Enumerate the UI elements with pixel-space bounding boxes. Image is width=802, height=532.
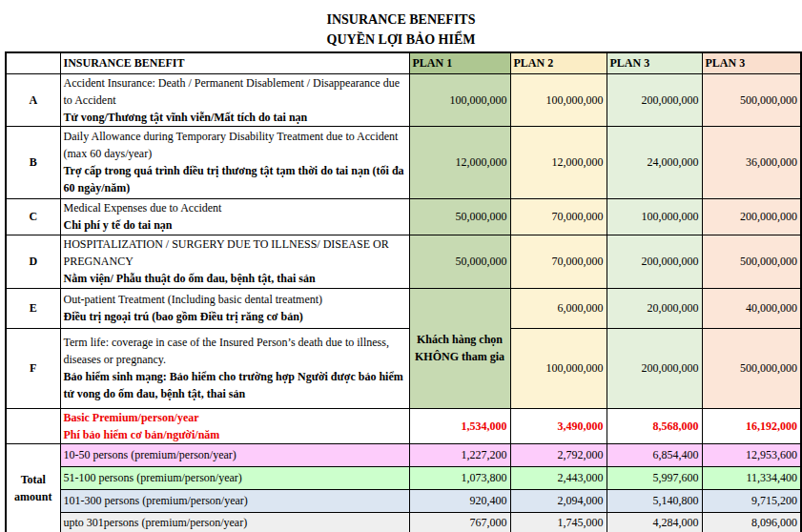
- premium-label-vi: Phí bảo hiểm cơ bản/người/năm: [64, 426, 406, 443]
- plan2-premium-cell: 3,490,000: [510, 408, 607, 443]
- plan4-value-cell: 36,000,000: [702, 126, 801, 198]
- plan3-tier-value: 5,997,600: [607, 466, 702, 489]
- tier-row-51-100: 51-100 persons (premium/person/year) 1,0…: [6, 466, 801, 489]
- plan1-value-cell: 12,000,000: [409, 126, 510, 198]
- plan4-tier-value: 8,096,000: [702, 512, 801, 532]
- plan2-value-cell: 6,000,000: [510, 288, 607, 328]
- benefit-desc-vi: Chi phí y tế do tai nạn: [64, 216, 406, 234]
- tier-label-cell: upto 301persons (premium/person/year): [60, 512, 409, 532]
- total-amount-cell: Total amount: [6, 443, 60, 532]
- sheet-title-vi: QUYỀN LỢI BẢO HIỂM: [0, 30, 802, 50]
- plan1-premium-cell: 1,534,000: [409, 408, 510, 443]
- tier-row-10-50: Total amount 10-50 persons (premium/pers…: [6, 443, 801, 466]
- plan2-tier-value: 2,094,000: [510, 489, 607, 512]
- benefit-row-b: B Daily Allowance during Temporary Disab…: [6, 126, 801, 198]
- benefit-letter: F: [6, 328, 60, 408]
- benefit-letter: A: [6, 73, 60, 126]
- plan1-value-cell: 100,000,000: [409, 73, 510, 126]
- tier-label-cell: 10-50 persons (premium/person/year): [60, 443, 409, 466]
- benefit-desc: Term life: coverage in case of the Insur…: [60, 328, 409, 408]
- benefit-desc-en: Accident Insurance: Death / Permanent Di…: [64, 74, 406, 109]
- premium-label-en: Basic Premium/person/year: [64, 409, 406, 426]
- premium-label-cell: Basic Premium/person/year Phí bảo hiểm c…: [60, 408, 409, 443]
- plan1-value-cell: 50,000,000: [409, 235, 510, 288]
- tier-label-cell: 51-100 persons (premium/person/year): [60, 466, 409, 489]
- benefit-letter: D: [6, 235, 60, 288]
- plan3-value-cell: 200,000,000: [607, 328, 702, 408]
- benefit-desc-vi: Tử vong/Thương tật vĩnh viễn/Mất tích do…: [64, 109, 406, 126]
- plan3-value-cell: 200,000,000: [607, 73, 702, 126]
- plan2-value-cell: 70,000,000: [510, 198, 607, 235]
- plan4-value-cell: 500,000,000: [702, 73, 801, 126]
- plan2-value-cell: 12,000,000: [510, 126, 607, 198]
- benefit-desc-vi: Bảo hiểm sinh mạng: Bảo hiểm cho trường …: [64, 368, 406, 402]
- benefit-letter: C: [6, 198, 60, 235]
- plan1-tier-value: 1,073,800: [409, 466, 510, 489]
- benefit-desc-vi: Nằm viện/ Phẫu thuật do ốm đau, bệnh tật…: [64, 270, 406, 287]
- plan4-header-cell: PLAN 3: [702, 52, 801, 73]
- plan3-tier-value: 4,284,000: [607, 512, 702, 532]
- benefit-desc: HOSPITALIZATION / SURGERY DUE TO ILLNESS…: [60, 235, 409, 288]
- benefit-letter: B: [6, 126, 60, 198]
- plan2-value-cell: 70,000,000: [510, 235, 607, 288]
- plan2-tier-value: 2,443,000: [510, 466, 607, 489]
- plan2-value-cell: 100,000,000: [510, 73, 607, 126]
- plan3-value-cell: 24,000,000: [607, 126, 702, 198]
- benefit-desc: Out-patient Treatment (Including basic d…: [60, 288, 409, 328]
- benefit-desc: Daily Allowance during Temporary Disabil…: [60, 126, 409, 198]
- benefit-desc-en: Term life: coverage in case of the Insur…: [64, 334, 406, 368]
- benefit-desc: Accident Insurance: Death / Permanent Di…: [60, 73, 409, 126]
- benefit-desc-vi: Điều trị ngoại trú (bao gồm Điều trị răn…: [64, 308, 406, 325]
- benefit-desc-en: HOSPITALIZATION / SURGERY DUE TO ILLNESS…: [64, 235, 406, 270]
- plan1-header-cell: PLAN 1: [409, 52, 510, 73]
- tier-row-upto-301: upto 301persons (premium/person/year) 76…: [6, 512, 801, 532]
- plan1-tier-value: 1,227,200: [409, 443, 510, 466]
- tier-row-101-300: 101-300 persons (premium/person/year) 92…: [6, 489, 801, 512]
- plan3-value-cell: 200,000,000: [607, 235, 702, 288]
- plan2-tier-value: 1,745,000: [510, 512, 607, 532]
- plan3-tier-value: 5,140,800: [607, 489, 702, 512]
- benefits-table: INSURANCE BENEFIT PLAN 1 PLAN 2 PLAN 3 P…: [5, 51, 802, 532]
- plan4-value-cell: 500,000,000: [702, 235, 801, 288]
- benefit-desc-vi: Trợ cấp trong quá trình điều trị thương …: [64, 162, 406, 196]
- plan1-value-cell: 50,000,000: [409, 198, 510, 235]
- plan4-value-cell: 500,000,000: [702, 328, 801, 408]
- sheet-title: INSURANCE BENEFITS QUYỀN LỢI BẢO HIỂM: [0, 0, 802, 51]
- plan3-header-cell: PLAN 3: [607, 52, 702, 73]
- plan4-tier-value: 11,334,400: [702, 466, 801, 489]
- basic-premium-row: Basic Premium/person/year Phí bảo hiểm c…: [6, 408, 801, 443]
- benefit-desc: Medical Expenses due to Accident Chi phí…: [60, 198, 409, 235]
- insurance-benefits-sheet: INSURANCE BENEFITS QUYỀN LỢI BẢO HIỂM IN…: [0, 0, 802, 532]
- benefit-letter: E: [6, 288, 60, 328]
- benefit-row-d: D HOSPITALIZATION / SURGERY DUE TO ILLNE…: [6, 235, 801, 288]
- benefit-row-f: F Term life: coverage in case of the Ins…: [6, 328, 801, 408]
- plan4-tier-value: 9,715,200: [702, 489, 801, 512]
- plan4-premium-cell: 16,192,000: [702, 408, 801, 443]
- plan4-tier-value: 12,953,600: [702, 443, 801, 466]
- benefit-desc-en: Out-patient Treatment (Including basic d…: [64, 291, 406, 308]
- plan1-tier-value: 767,000: [409, 512, 510, 532]
- plan2-value-cell: 100,000,000: [510, 328, 607, 408]
- plan3-value-cell: 20,000,000: [607, 288, 702, 328]
- benefit-row-c: C Medical Expenses due to Accident Chi p…: [6, 198, 801, 235]
- corner-cell: [6, 52, 60, 73]
- benefit-row-e: E Out-patient Treatment (Including basic…: [6, 288, 801, 328]
- plan3-premium-cell: 8,568,000: [607, 408, 702, 443]
- tier-label-cell: 101-300 persons (premium/person/year): [60, 489, 409, 512]
- plan2-header-cell: PLAN 2: [510, 52, 607, 73]
- plan4-value-cell: 200,000,000: [702, 198, 801, 235]
- plan3-tier-value: 6,854,400: [607, 443, 702, 466]
- benefit-header-cell: INSURANCE BENEFIT: [60, 52, 409, 73]
- benefit-row-a: A Accident Insurance: Death / Permanent …: [6, 73, 801, 126]
- benefit-desc-en: Medical Expenses due to Accident: [64, 199, 406, 216]
- premium-left-cell: [6, 408, 60, 443]
- plan3-value-cell: 100,000,000: [607, 198, 702, 235]
- sheet-title-en: INSURANCE BENEFITS: [0, 10, 802, 30]
- benefit-desc-en: Daily Allowance during Temporary Disabil…: [64, 128, 406, 162]
- plan2-tier-value: 2,792,000: [510, 443, 607, 466]
- header-row: INSURANCE BENEFIT PLAN 1 PLAN 2 PLAN 3 P…: [6, 52, 801, 73]
- plan4-value-cell: 40,000,000: [702, 288, 801, 328]
- plan1-optout-cell: Khách hàng chọn KHÔNG tham gia: [409, 288, 510, 408]
- plan1-tier-value: 920,400: [409, 489, 510, 512]
